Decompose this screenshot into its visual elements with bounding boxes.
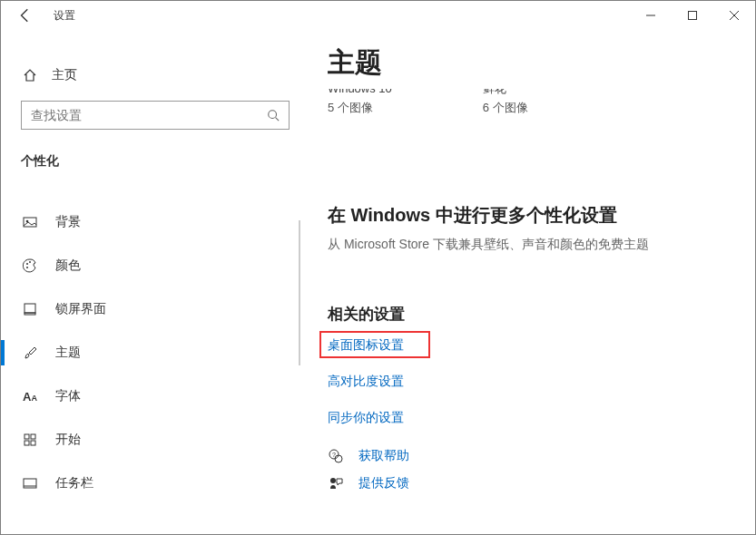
close-button[interactable]	[713, 1, 755, 30]
theme-item-2[interactable]: 鲜花 6 个图像	[483, 89, 528, 116]
sidebar: 主页 个性化 背景 颜色 锁屏界面	[1, 30, 300, 534]
home-icon	[21, 68, 39, 83]
related-settings-title: 相关的设置	[328, 304, 728, 325]
more-personalization-subtitle: 从 Microsoft Store 下载兼具壁纸、声音和颜色的免费主题	[328, 237, 728, 253]
link-get-help[interactable]: 获取帮助	[358, 448, 409, 464]
svg-point-10	[26, 267, 28, 268]
content-area: 主页 个性化 背景 颜色 锁屏界面	[1, 30, 755, 534]
theme-name: 鲜花	[483, 89, 528, 98]
sidebar-nav: 背景 颜色 锁屏界面 主题 AA 字体	[21, 200, 290, 505]
sidebar-item-themes[interactable]: 主题	[21, 331, 290, 374]
svg-text:?: ?	[332, 452, 336, 458]
themes-row: Windows 10 5 个图像 鲜花 6 个图像	[328, 89, 728, 116]
svg-rect-13	[25, 434, 29, 439]
svg-rect-1	[689, 12, 697, 20]
lockscreen-icon	[21, 302, 39, 316]
window-controls	[630, 1, 755, 30]
link-high-contrast[interactable]: 高对比度设置	[328, 374, 728, 390]
get-help-row: ? 获取帮助	[328, 448, 728, 464]
feedback-icon	[328, 476, 344, 491]
related-links: 桌面图标设置 高对比度设置 同步你的设置	[328, 337, 728, 426]
sidebar-home[interactable]: 主页	[21, 59, 290, 92]
sidebar-home-label: 主页	[52, 67, 77, 83]
search-input[interactable]	[31, 108, 267, 122]
sidebar-item-label: 背景	[55, 214, 81, 230]
palette-icon	[21, 258, 39, 273]
sidebar-item-label: 主题	[55, 345, 81, 361]
theme-item-1[interactable]: Windows 10 5 个图像	[328, 89, 392, 116]
main-panel: 主题 Windows 10 5 个图像 鲜花 6 个图像 在 Windows 中…	[300, 30, 755, 534]
settings-window: 设置 主页 个性化 背景	[0, 0, 756, 535]
sidebar-item-label: 开始	[55, 432, 81, 448]
sidebar-item-label: 锁屏界面	[55, 301, 106, 317]
svg-point-22	[330, 478, 336, 483]
svg-rect-11	[25, 304, 35, 313]
sidebar-section-title: 个性化	[21, 153, 290, 170]
maximize-button[interactable]	[672, 1, 713, 30]
search-icon	[267, 109, 280, 122]
svg-line-5	[276, 118, 280, 122]
svg-rect-14	[31, 434, 35, 439]
taskbar-icon	[21, 476, 39, 491]
minimize-button[interactable]	[630, 1, 672, 30]
brush-icon	[21, 345, 39, 360]
help-icon: ?	[328, 449, 344, 463]
link-sync-settings[interactable]: 同步你的设置	[328, 410, 728, 426]
link-feedback[interactable]: 提供反馈	[358, 475, 409, 491]
svg-rect-6	[24, 218, 36, 227]
feedback-row: 提供反馈	[328, 475, 728, 491]
sidebar-item-lockscreen[interactable]: 锁屏界面	[21, 287, 290, 331]
page-title: 主题	[328, 44, 728, 82]
font-icon: AA	[21, 390, 39, 404]
sidebar-item-colors[interactable]: 颜色	[21, 244, 290, 287]
theme-image-count: 5 个图像	[328, 100, 392, 116]
sidebar-item-label: 颜色	[55, 258, 81, 274]
svg-point-8	[26, 263, 28, 265]
svg-point-4	[269, 111, 277, 119]
search-box[interactable]	[21, 101, 290, 130]
more-personalization-title: 在 Windows 中进行更多个性化设置	[328, 203, 728, 228]
sidebar-item-label: 字体	[55, 388, 81, 404]
theme-name: Windows 10	[328, 89, 392, 98]
sidebar-item-background[interactable]: 背景	[21, 200, 290, 244]
svg-rect-15	[25, 441, 29, 445]
link-desktop-icons[interactable]: 桌面图标设置	[328, 337, 728, 354]
sidebar-item-taskbar[interactable]: 任务栏	[21, 462, 290, 505]
sidebar-item-start[interactable]: 开始	[21, 418, 290, 462]
sidebar-item-fonts[interactable]: AA 字体	[21, 374, 290, 418]
window-title: 设置	[54, 8, 75, 24]
svg-rect-16	[31, 441, 35, 445]
sidebar-item-label: 任务栏	[55, 475, 93, 491]
svg-rect-12	[25, 313, 35, 315]
back-button[interactable]	[17, 7, 34, 24]
titlebar: 设置	[1, 1, 755, 30]
theme-image-count: 6 个图像	[483, 100, 528, 116]
svg-point-9	[29, 261, 31, 263]
picture-icon	[21, 215, 39, 229]
start-icon	[21, 433, 39, 447]
